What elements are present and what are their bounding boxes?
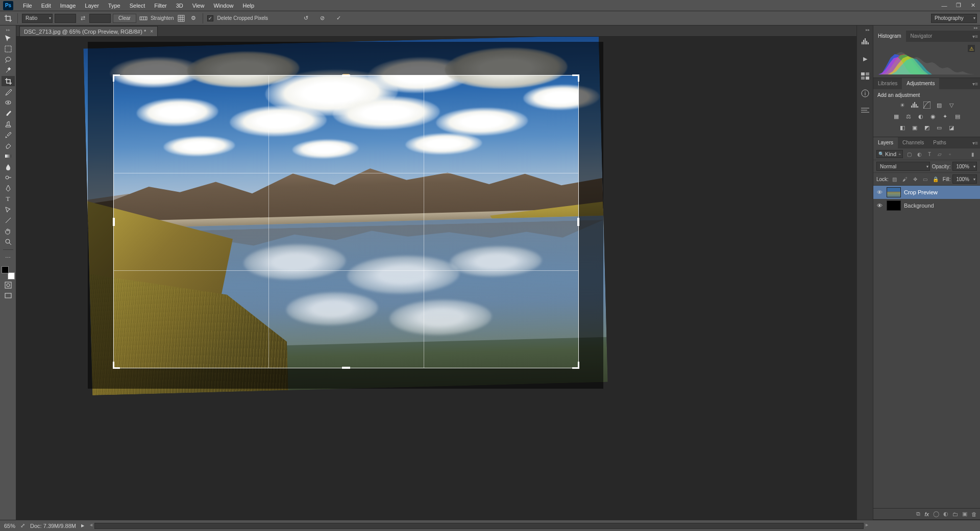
crop-handle-br[interactable] (572, 362, 579, 369)
info-panel-icon[interactable]: i (860, 89, 871, 98)
layer-thumbnail[interactable] (887, 200, 901, 211)
move-tool[interactable] (2, 33, 15, 43)
crop-overlay-icon[interactable] (176, 13, 186, 23)
filter-smart-icon[interactable]: ▫ (946, 150, 954, 158)
menu-select[interactable]: Select (125, 0, 150, 11)
commit-crop-icon[interactable]: ✓ (333, 13, 344, 23)
foreground-background-colors[interactable] (2, 266, 15, 280)
straighten-label[interactable]: Straighten (151, 15, 174, 21)
hue-saturation-icon[interactable]: ▦ (892, 112, 901, 120)
quick-mask-icon[interactable] (2, 280, 15, 290)
histogram-panel-icon[interactable] (860, 37, 871, 46)
doc-size[interactable]: Doc: 7.39M/9.88M (30, 523, 76, 529)
vibrance-icon[interactable]: ▽ (947, 101, 956, 109)
tab-navigator[interactable]: Navigator (906, 31, 937, 42)
curves-icon[interactable] (922, 101, 932, 109)
menu-type[interactable]: Type (104, 0, 125, 11)
gradient-map-icon[interactable]: ▭ (935, 123, 944, 132)
menu-file[interactable]: File (18, 0, 37, 11)
new-group-icon[interactable]: 🗀 (952, 511, 958, 517)
layer-visibility-icon[interactable]: 👁 (875, 189, 884, 195)
close-tab-icon[interactable]: × (150, 29, 153, 34)
tab-channels[interactable]: Channels (898, 137, 928, 148)
delete-cropped-checkbox[interactable]: ✓ (207, 15, 213, 21)
crop-tool[interactable] (2, 76, 15, 86)
clone-stamp-tool[interactable] (2, 119, 15, 129)
channel-mixer-icon[interactable]: ✦ (941, 112, 950, 120)
doc-size-menu-icon[interactable]: ▶ (81, 523, 84, 528)
layers-menu-icon[interactable]: ▾≡ (972, 140, 978, 146)
crop-handle-right[interactable] (577, 218, 579, 226)
reset-crop-icon[interactable]: ↺ (301, 13, 311, 23)
layer-row[interactable]: 👁 Background (873, 199, 980, 212)
layer-mask-icon[interactable]: ◯ (933, 511, 939, 517)
filter-adjustment-icon[interactable]: ◐ (915, 150, 923, 158)
lock-transparency-icon[interactable]: ▨ (891, 175, 899, 183)
layer-name[interactable]: Crop Preview (904, 189, 938, 195)
filter-shape-icon[interactable]: ▱ (936, 150, 944, 158)
filter-pixel-icon[interactable]: ▢ (905, 150, 913, 158)
gradient-tool[interactable] (2, 151, 15, 161)
lock-pixels-icon[interactable]: 🖌 (901, 175, 909, 183)
crop-height-field[interactable] (89, 14, 111, 23)
crop-handle-bottom[interactable] (342, 367, 350, 369)
canvas[interactable] (16, 37, 856, 520)
fill-field[interactable]: 100% (952, 174, 977, 184)
cancel-crop-icon[interactable]: ⊘ (317, 13, 327, 23)
status-expand-icon[interactable]: ⤢ (20, 522, 25, 529)
window-minimize-icon[interactable]: — (937, 0, 951, 11)
marquee-tool[interactable] (2, 44, 15, 54)
link-layers-icon[interactable]: ⧉ (916, 511, 920, 517)
color-lookup-icon[interactable]: ▤ (953, 112, 962, 120)
clear-button[interactable]: Clear (113, 14, 136, 23)
window-close-icon[interactable]: ✕ (966, 0, 980, 11)
panels-collapse-icon[interactable]: ▸▸ (873, 26, 980, 31)
crop-handle-tr[interactable] (572, 74, 579, 82)
zoom-tool[interactable] (2, 237, 15, 247)
actions-panel-icon[interactable]: ▶ (860, 54, 871, 63)
menu-image[interactable]: Image (56, 0, 81, 11)
layer-visibility-icon[interactable]: 👁 (875, 203, 884, 209)
brightness-contrast-icon[interactable]: ☀ (898, 101, 907, 109)
toolbox-collapse-icon[interactable]: ▸▸ (0, 28, 16, 33)
window-restore-icon[interactable]: ❐ (951, 0, 966, 11)
workspace-select[interactable]: Photography (931, 14, 977, 23)
menu-filter[interactable]: Filter (150, 0, 171, 11)
lock-artboard-icon[interactable]: ▭ (921, 175, 929, 183)
hand-tool[interactable] (2, 226, 15, 236)
crop-boundary[interactable] (113, 75, 579, 368)
crop-width-field[interactable] (55, 14, 76, 23)
exposure-icon[interactable]: ▨ (935, 101, 944, 109)
filter-toggle-icon[interactable]: ▮ (969, 150, 977, 158)
document-tab[interactable]: DSC_2713.jpg @ 65% (Crop Preview, RGB/8#… (19, 26, 158, 36)
dodge-tool[interactable] (2, 172, 15, 183)
screen-mode-icon[interactable] (2, 291, 15, 301)
tab-histogram[interactable]: Histogram (873, 31, 906, 42)
magic-wand-tool[interactable] (2, 65, 15, 75)
blend-mode-select[interactable]: Normal (876, 162, 930, 171)
eraser-tool[interactable] (2, 140, 15, 150)
horizontal-scrollbar[interactable] (94, 523, 864, 529)
menu-help[interactable]: Help (238, 0, 259, 11)
tab-libraries[interactable]: Libraries (873, 78, 902, 89)
new-adjustment-layer-icon[interactable]: ◐ (943, 511, 948, 517)
crop-tool-indicator-icon[interactable] (3, 13, 13, 23)
tab-adjustments[interactable]: Adjustments (902, 78, 939, 89)
posterize-icon[interactable]: ▣ (910, 123, 919, 132)
crop-handle-tl[interactable] (113, 74, 120, 82)
layer-row[interactable]: 👁 Crop Preview (873, 186, 980, 199)
tab-layers[interactable]: Layers (873, 137, 898, 148)
color-balance-icon[interactable]: ⚖ (904, 112, 913, 120)
crop-preset-select[interactable]: Ratio (22, 14, 53, 23)
histogram-menu-icon[interactable]: ▾≡ (972, 34, 978, 39)
paragraph-panel-icon[interactable] (860, 106, 871, 115)
blur-tool[interactable] (2, 162, 15, 172)
straighten-icon[interactable] (138, 13, 149, 23)
menu-layer[interactable]: Layer (80, 0, 104, 11)
photo-filter-icon[interactable]: ◉ (928, 112, 938, 120)
crop-handle-bl[interactable] (113, 362, 120, 369)
edit-toolbar-icon[interactable]: ⋯ (2, 252, 15, 263)
swap-dimensions-icon[interactable]: ⇄ (78, 15, 87, 21)
layer-name[interactable]: Background (904, 203, 934, 209)
path-selection-tool[interactable] (2, 205, 15, 215)
